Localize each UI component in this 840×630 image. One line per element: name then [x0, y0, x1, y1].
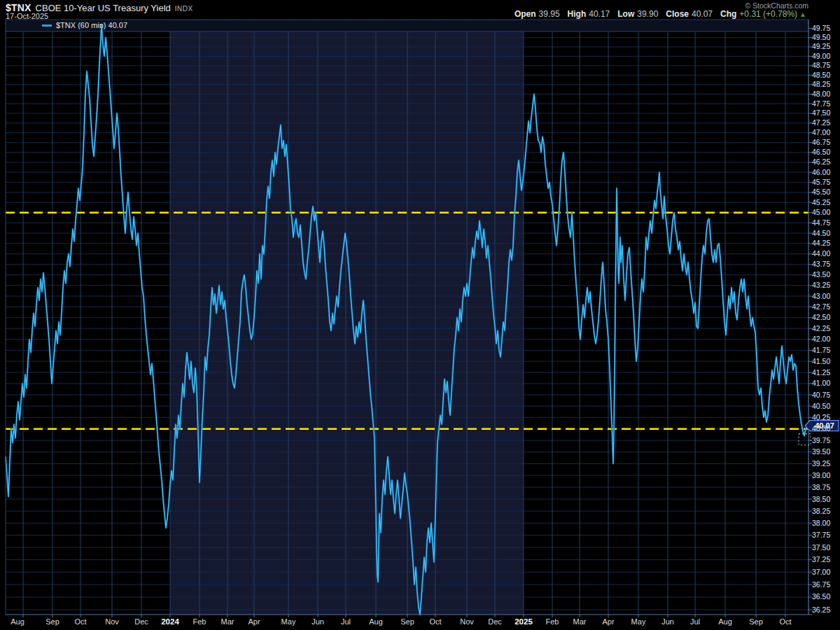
x-axis-label: Oct	[74, 617, 86, 626]
y-axis-label: 38.25	[812, 507, 830, 515]
chart-root: $TNX CBOE 10-Year US Treasury Yield INDX…	[0, 0, 840, 630]
y-axis-label: 36.25	[812, 606, 830, 614]
y-axis-label: 39.75	[812, 437, 830, 444]
y-axis-label: 38.75	[812, 484, 830, 491]
x-axis-label: Nov	[105, 617, 119, 626]
y-axis-label: 44.25	[812, 239, 830, 247]
x-axis-label: Jun	[312, 617, 324, 626]
x-axis-label: Mar	[573, 617, 587, 626]
x-axis-label: Aug	[718, 617, 732, 626]
page-title: CBOE 10-Year US Treasury Yield	[36, 3, 171, 13]
y-axis-label: 49.75	[812, 24, 830, 32]
y-axis-label: 48.75	[812, 62, 830, 69]
y-axis-label: 42.25	[812, 325, 830, 332]
y-axis-label: 49.50	[812, 34, 830, 41]
y-axis-label: 46.00	[812, 169, 830, 176]
ohlc-close: Close40.07	[666, 9, 713, 19]
y-axis-label: 41.50	[812, 358, 830, 365]
y-axis-label: 47.00	[812, 129, 830, 136]
y-axis-label: 47.50	[812, 109, 830, 117]
y-axis-label: 39.00	[812, 472, 830, 479]
x-axis-label: Nov	[460, 617, 474, 626]
y-axis-label: 48.00	[812, 90, 830, 98]
y-axis-label: 41.75	[812, 346, 830, 354]
x-axis-year-label: 2024	[161, 617, 179, 626]
y-axis-label: 38.50	[812, 496, 830, 503]
y-axis-label: 48.25	[812, 80, 830, 88]
legend-label: $TNX (60 min) 40.07	[56, 21, 127, 29]
legend[interactable]: $TNX (60 min) 40.07	[42, 21, 127, 29]
ohlc-open: Open39.95	[514, 9, 560, 19]
x-axis-label: Jul	[341, 617, 351, 626]
x-axis-label: Jun	[662, 617, 674, 626]
y-axis-label: 42.00	[812, 335, 830, 343]
x-axis-label: Mar	[221, 617, 234, 626]
y-axis-label: 45.50	[812, 188, 830, 196]
plot-area[interactable]	[0, 0, 840, 630]
y-axis-label: 40.75	[812, 391, 830, 399]
y-axis-label: 49.00	[812, 52, 830, 60]
y-axis-label: 36.50	[812, 593, 830, 601]
x-axis-label: Sep	[749, 617, 763, 626]
x-axis-label: Apr	[248, 617, 260, 626]
x-axis-label: May	[281, 617, 296, 626]
y-axis-label: 44.75	[812, 219, 830, 227]
x-axis-label: Jul	[690, 617, 700, 626]
ohlc-readout: Open39.95 High40.17 Low39.90 Close40.07 …	[514, 9, 806, 19]
y-axis-label: 43.75	[812, 260, 830, 268]
exchange-label: INDX	[175, 5, 193, 13]
y-axis-label: 44.00	[812, 250, 830, 258]
x-axis-label: Dec	[488, 617, 502, 626]
y-axis-label: 45.00	[812, 209, 830, 216]
y-axis-label: 41.00	[812, 379, 830, 387]
y-axis-label: 37.75	[812, 531, 830, 539]
y-axis-label: 47.75	[812, 100, 830, 108]
y-axis-label: 39.50	[812, 448, 830, 456]
x-axis-label: Feb	[546, 617, 559, 626]
y-axis-label: 46.25	[812, 158, 830, 166]
x-axis-label: Dec	[134, 617, 148, 626]
y-axis-label: 37.50	[812, 544, 830, 552]
x-axis-year-label: 2025	[514, 617, 533, 626]
y-axis-label: 48.50	[812, 71, 830, 79]
y-axis-label: 49.25	[812, 43, 830, 50]
x-axis-label: Feb	[193, 617, 206, 626]
y-axis-label: 45.25	[812, 199, 830, 206]
x-axis-label: Sep	[400, 617, 414, 626]
y-axis-label: 44.50	[812, 230, 830, 237]
x-axis-label: Aug	[10, 617, 24, 626]
y-axis-label: 37.25	[812, 556, 830, 564]
y-axis-label: 40.25	[812, 414, 830, 421]
y-axis-label: 40.50	[812, 402, 830, 410]
y-axis-label: 41.25	[812, 369, 830, 377]
ohlc-high: High40.17	[568, 9, 610, 19]
ohlc-low: Low39.90	[617, 9, 658, 19]
ohlc-change: Chg+0.31 (+0.78%)▲	[720, 9, 806, 19]
chg-up-arrow-icon: ▲	[799, 10, 806, 18]
y-axis-label: 43.50	[812, 271, 830, 279]
y-axis-label: 36.75	[812, 581, 830, 589]
x-axis-label: May	[631, 617, 646, 626]
x-axis-label: Oct	[779, 617, 791, 626]
y-axis-label: 42.75	[812, 303, 830, 311]
y-axis-label: 43.25	[812, 281, 830, 289]
y-axis-label: 42.50	[812, 314, 830, 321]
y-axis-label: 45.75	[812, 178, 830, 186]
x-axis-label: Oct	[429, 617, 441, 626]
year-band-2024	[170, 20, 524, 615]
chart-date: 17-Oct-2025	[6, 12, 48, 20]
y-axis-label: 46.75	[812, 139, 830, 146]
legend-line-swatch	[42, 24, 52, 27]
y-axis-label: 46.50	[812, 148, 830, 156]
y-axis-label: 47.25	[812, 119, 830, 127]
y-axis-label: 43.00	[812, 293, 830, 300]
x-axis-label: Sep	[46, 617, 59, 626]
y-axis-label: 37.00	[812, 568, 830, 576]
x-axis-label: Aug	[369, 617, 383, 626]
y-axis-label: 40.00	[812, 425, 830, 433]
y-axis-label: 39.25	[812, 460, 830, 468]
x-axis-label: Apr	[602, 617, 614, 626]
y-axis-label: 38.00	[812, 519, 830, 527]
